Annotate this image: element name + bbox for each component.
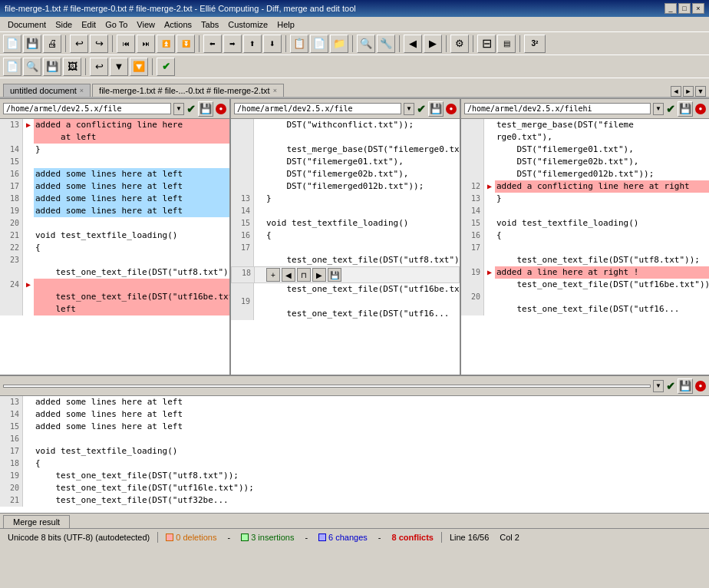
bottom-path-dropdown[interactable]: ▼ [653, 380, 664, 392]
left-pane-content[interactable]: 13 ▶ added a conflicting line here at le… [0, 119, 229, 375]
line-row: test_one_text_file(DST("utf16... [231, 308, 460, 320]
middle-path-dropdown[interactable]: ▼ [404, 103, 414, 115]
maximize-button[interactable]: □ [678, 3, 691, 14]
middle-checkmark[interactable]: ✔ [417, 103, 426, 115]
right-checkmark[interactable]: ✔ [666, 103, 675, 115]
bottom-path-box[interactable] [3, 385, 651, 388]
bottom-pane-content[interactable]: 13 added some lines here at left 14 adde… [0, 396, 709, 513]
btn-redo[interactable]: ↪ [90, 35, 108, 53]
right-path-box[interactable]: /home/armel/dev2.5.x/filehi [464, 103, 651, 114]
tab-file-merge[interactable]: file-merge-1.txt # file-...-0.txt # file… [92, 84, 284, 97]
merge-btn-left[interactable]: ◀ [282, 268, 295, 282]
line-row: 20 [0, 217, 229, 230]
btn-view2[interactable]: 🖼 [63, 58, 81, 76]
bottom-checkmark[interactable]: ✔ [666, 380, 675, 392]
tab-arrow-left[interactable]: ◄ [671, 86, 681, 97]
btn-settings[interactable]: 🔧 [377, 35, 395, 53]
merge-btn-right[interactable]: ▶ [312, 268, 326, 282]
btn-next-diff[interactable]: ▶ [424, 35, 442, 53]
tab-untitled-close[interactable]: × [80, 87, 84, 94]
btn-first-conflict[interactable]: ⏮ [117, 35, 135, 53]
btn-view-split[interactable]: ⊟ [477, 35, 496, 53]
btn-filter[interactable]: 🔽 [130, 58, 148, 76]
changes-color-box [318, 533, 326, 541]
deletions-indicator: 0 deletions [163, 533, 219, 542]
line-row: test_one_text_file(DST("utf8.txt")); [461, 254, 709, 266]
btn-copy[interactable]: 📋 [290, 35, 308, 53]
line-row: DST("filemerged012b.txt")); [461, 168, 709, 180]
left-save-btn[interactable]: 💾 [198, 101, 213, 117]
line-row: DST("filemerge01.txt"), [461, 144, 709, 156]
right-pane-content[interactable]: test_merge_base(DST("fileme rge0.txt"), … [461, 119, 709, 375]
btn-move-up[interactable]: ⬆ [243, 35, 262, 53]
changes-indicator: 6 changes [315, 533, 371, 542]
line-row: left [0, 303, 229, 315]
btn-dropdown[interactable]: ▼ [110, 58, 128, 76]
btn-gear[interactable]: ⚙ [450, 35, 469, 53]
btn-encoding[interactable]: 3² [524, 35, 546, 53]
menu-help[interactable]: Help [272, 19, 299, 30]
line-row: 19 added some lines here at left [0, 205, 229, 217]
tabs-navigation: ◄ ► ▼ [671, 86, 706, 97]
btn-open[interactable]: 📁 [330, 35, 348, 53]
right-path-dropdown[interactable]: ▼ [653, 103, 664, 115]
btn-move-down[interactable]: ⬇ [263, 35, 282, 53]
line-row: 12 ▶ added a conflicting line here at ri… [461, 180, 709, 193]
btn-file[interactable]: 📄 [3, 58, 21, 76]
btn-new[interactable]: 📄 [3, 35, 21, 53]
menu-actions[interactable]: Actions [160, 19, 196, 30]
titlebar: file-merge-1.txt # file-merge-0.txt # fi… [0, 0, 709, 17]
tab-arrow-down[interactable]: ▼ [695, 86, 706, 97]
line-row: 18 { [0, 458, 709, 470]
btn-prev-diff[interactable]: ◀ [404, 35, 422, 53]
merge-btn-plus[interactable]: + [266, 268, 280, 282]
tab-merge-result[interactable]: Merge result [3, 515, 70, 528]
menu-tabs[interactable]: Tabs [196, 19, 223, 30]
btn-last-conflict[interactable]: ⏬ [176, 35, 195, 53]
btn-prev-conflict[interactable]: ⏭ [137, 35, 155, 53]
tab-arrow-right[interactable]: ► [683, 86, 694, 97]
line-row: 21 test_one_text_file(DST("utf32be... [0, 494, 709, 507]
left-path-dropdown[interactable]: ▼ [173, 103, 184, 115]
btn-save2[interactable]: 💾 [43, 58, 61, 76]
line-row: 16 added some lines here at left [0, 168, 229, 180]
minimize-button[interactable]: _ [664, 3, 677, 14]
line-row: 20 [461, 291, 709, 303]
btn-accept[interactable]: ✔ [157, 58, 175, 76]
btn-paste[interactable]: 📄 [310, 35, 328, 53]
menu-edit[interactable]: Edit [77, 19, 101, 30]
menu-side[interactable]: Side [51, 19, 77, 30]
right-save-btn[interactable]: 💾 [678, 101, 693, 117]
btn-next-conflict[interactable]: ⏫ [157, 35, 175, 53]
line-row: 15 void test_textfile_loading() [461, 217, 709, 230]
btn-view-full[interactable]: ▤ [497, 35, 516, 53]
middle-path-box[interactable]: /home/armel/dev2.5.x/file [234, 103, 401, 114]
merge-btn-save[interactable]: 💾 [328, 268, 341, 282]
menu-view[interactable]: View [132, 19, 160, 30]
menu-customize[interactable]: Customize [223, 19, 272, 30]
menu-goto[interactable]: Go To [101, 19, 132, 30]
tab-file-merge-close[interactable]: × [273, 87, 277, 94]
tab-untitled[interactable]: untitled document × [3, 84, 91, 97]
middle-pane-content[interactable]: DST("withconflict.txt")); test_merge_bas… [231, 119, 460, 375]
btn-undo[interactable]: ↩ [70, 35, 88, 53]
btn-copy-left[interactable]: ⬅ [203, 35, 222, 53]
btn-copy-right[interactable]: ➡ [223, 35, 242, 53]
line-row: rge0.txt"), [461, 131, 709, 144]
bottom-save-btn[interactable]: 💾 [678, 378, 693, 394]
btn-zoom[interactable]: 🔍 [23, 58, 41, 76]
middle-save-btn[interactable]: 💾 [428, 101, 444, 117]
line-row: 13 } [461, 193, 709, 205]
btn-print[interactable]: 🖨 [43, 35, 61, 53]
btn-back[interactable]: ↩ [90, 58, 108, 76]
btn-save[interactable]: 💾 [23, 35, 41, 53]
left-path-box[interactable]: /home/armel/dev2.5.x/file [3, 103, 171, 114]
close-button[interactable]: × [692, 3, 704, 14]
btn-search[interactable]: 🔍 [357, 35, 375, 53]
title-text: file-merge-1.txt # file-merge-0.txt # fi… [5, 4, 356, 13]
merge-btn-copy[interactable]: ⊓ [297, 268, 311, 282]
menu-document[interactable]: Document [3, 19, 51, 30]
tab-file-merge-label: file-merge-1.txt # file-...-0.txt # file… [99, 86, 270, 95]
line-row: test_one_text_file(DST("utf16be.txt")); [461, 279, 709, 291]
left-checkmark[interactable]: ✔ [186, 103, 196, 115]
